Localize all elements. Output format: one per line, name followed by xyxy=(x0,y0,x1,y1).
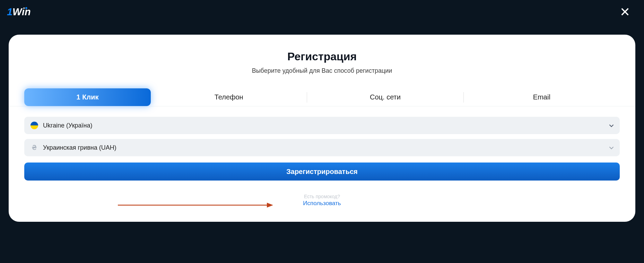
tab-one-click[interactable]: 1 Клик xyxy=(24,88,151,106)
tab-social[interactable]: Соц. сети xyxy=(307,88,463,106)
promo-question-text: Есть промокод? xyxy=(24,194,620,199)
ukraine-flag-icon xyxy=(31,122,38,129)
registration-tabs: 1 Клик Телефон Соц. сети Email xyxy=(9,88,635,106)
modal-title: Регистрация xyxy=(9,50,635,63)
tab-phone[interactable]: Телефон xyxy=(151,88,307,106)
close-icon[interactable]: ✕ xyxy=(616,4,634,20)
brand-logo[interactable]: 1Win xyxy=(7,5,38,19)
promo-use-link[interactable]: Использовать xyxy=(24,200,620,207)
country-select[interactable]: Ukraine (Україна) xyxy=(24,117,620,134)
chevron-down-icon xyxy=(609,145,613,150)
register-button[interactable]: Зарегистрироваться xyxy=(24,163,620,181)
registration-modal: Регистрация Выберите удобный для Вас спо… xyxy=(9,35,635,222)
country-select-label: Ukraine (Україна) xyxy=(43,122,609,129)
svg-point-1 xyxy=(25,7,27,9)
currency-select[interactable]: ₴ Украинская гривна (UAH) xyxy=(24,139,620,156)
chevron-down-icon xyxy=(609,123,613,128)
currency-select-label: Украинская гривна (UAH) xyxy=(43,144,609,151)
hryvnia-icon: ₴ xyxy=(31,144,38,151)
modal-subtitle: Выберите удобный для Вас способ регистра… xyxy=(9,67,635,74)
tab-email[interactable]: Email xyxy=(464,88,620,106)
